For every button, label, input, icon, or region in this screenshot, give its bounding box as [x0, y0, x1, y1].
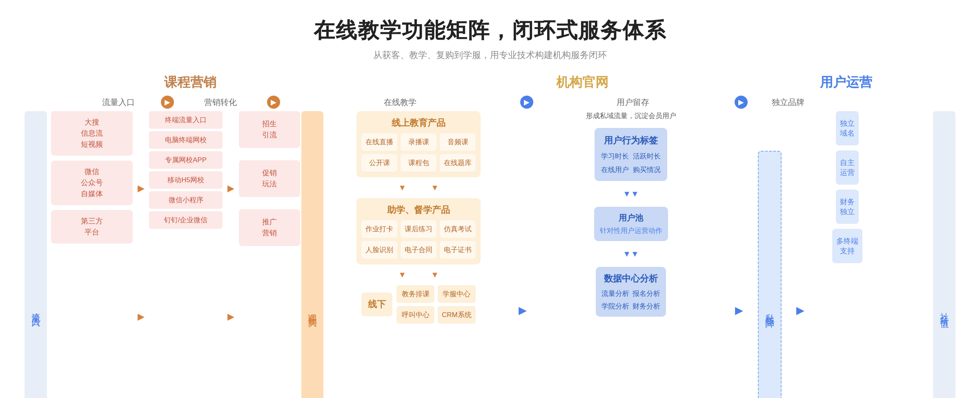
online-edu-section: 线上教育产品 在线直播 录播课 音频课 公开课 课程包 在线题库: [356, 111, 481, 177]
offline-down-arrows: ▼ ▼: [398, 268, 439, 281]
col-conversion: 招生引流 促销玩法 推广营销: [239, 111, 300, 398]
section-yonghu: 用户运营: [737, 74, 956, 92]
flow-arrow-2a: ▶: [227, 183, 234, 194]
retain-arrow-2: ▼: [631, 189, 639, 199]
col-terminal: 终端流量入口 电脑终端网校 专属网校APP 移动H5网校 微信小程序 钉钉/企业…: [149, 111, 223, 398]
online-edu-grid: 在线直播 录播课 音频课 公开课 课程包 在线题库: [361, 133, 476, 172]
traffic-item-3: 第三方平台: [51, 210, 133, 244]
data-item-2: 报名分析: [633, 289, 660, 298]
stage-labels-row: 流量入口 ▶ 营销转化 ▶ 在线教学 ▶ 用户留存 ▶ 独立品牌: [24, 96, 956, 109]
left-label-text: 流量入口: [30, 305, 42, 315]
col-traffic: 大搜信息流短视频 微信公众号自媒体 第三方平台: [51, 111, 133, 398]
right-label-text: 社会价值: [938, 305, 951, 315]
online-cell-6: 在线题库: [440, 154, 476, 172]
btag-3: 在线用户: [601, 165, 629, 174]
retain-arrow-1: ▼: [623, 189, 631, 199]
stage-traffic: 流量入口: [102, 98, 135, 107]
conv-item-1: 招生引流: [239, 111, 300, 148]
terminal-item-4: 微信小程序: [149, 191, 223, 209]
section-kecheng: 课程营销: [116, 74, 265, 92]
learning-grid: 作业打卡 课后练习 仿真考试 人脸识别 电子合同 电子证书: [361, 220, 476, 259]
learn-cell-4: 人脸识别: [361, 241, 397, 259]
page-subtitle: 从获客、教学、复购到学服，用专业技术构建机构服务闭环: [24, 49, 956, 61]
purchase-label-text: 课程购买: [301, 111, 323, 398]
retain-arrow-3: ▼: [623, 249, 631, 259]
btag-2: 活跃时长: [633, 152, 661, 161]
online-cell-1: 在线直播: [361, 133, 397, 151]
retain-top-text: 形成私域流量，沉淀会员用户: [586, 111, 676, 121]
user-pool-title: 用户池: [600, 212, 662, 224]
arrow-col-1: ▶ ▶ ▶: [133, 111, 149, 398]
behavior-tag-grid: 学习时长 活跃时长 在线用户 购买情况: [601, 152, 661, 174]
col-siyu: 私域矩阵: [749, 111, 790, 398]
down-arrow-1: ▼: [398, 183, 406, 192]
offline-cell-1: 教务排课: [396, 285, 434, 303]
terminal-item-5: 钉钉/企业微信: [149, 211, 223, 229]
offline-grid: 教务排课 学服中心 呼叫中心 CRM系统: [396, 285, 475, 324]
arrow-col-blue-3: ▶: [790, 111, 811, 398]
arrow-col-2: ▶ ▶ ▶: [223, 111, 239, 398]
arrow-col-blue-2: ▶: [729, 111, 749, 398]
siyu-label-text: 私域矩阵: [758, 151, 782, 398]
col-retain: 形成私域流量，沉淀会员用户 用户行为标签 学习时长 活跃时长 在线用户 购买情况…: [533, 111, 729, 398]
flow-columns: 大搜信息流短视频 微信公众号自媒体 第三方平台 ▶ ▶ ▶ 终端流量入口 电脑终…: [51, 111, 929, 398]
flow-area: 流量入口 大搜信息流短视频 微信公众号自媒体 第三方平台 ▶ ▶ ▶: [24, 111, 956, 398]
arrow-4: ▶: [735, 96, 748, 109]
offline-row: 线下 教务排课 学服中心 呼叫中心 CRM系统: [361, 285, 475, 324]
stage-marketing: 营销转化: [204, 98, 237, 107]
online-cell-4: 公开课: [361, 154, 397, 172]
learn-cell-1: 作业打卡: [361, 220, 397, 238]
section-headers: 课程营销 机构官网 用户运营: [24, 74, 956, 92]
learn-cell-2: 课后练习: [401, 220, 437, 238]
traffic-item-1: 大搜信息流短视频: [51, 111, 133, 156]
stage-brand: 独立品牌: [772, 98, 804, 107]
brand-item-2: 自主运营: [836, 150, 859, 185]
arrow-col-blue: ▶: [512, 111, 533, 398]
down-arrow-4: ▼: [431, 270, 439, 279]
behavior-tag-section: 用户行为标签 学习时长 活跃时长 在线用户 购买情况: [595, 128, 667, 181]
offline-label: 线下: [361, 293, 392, 316]
col-brand: 独立域名 自主运营 财务独立 多终端支持: [811, 111, 884, 398]
online-cell-3: 音频课: [440, 133, 476, 151]
traffic-boxes: 大搜信息流短视频 微信公众号自媒体 第三方平台: [51, 111, 133, 244]
btag-1: 学习时长: [601, 152, 629, 161]
learn-cell-6: 电子证书: [440, 241, 476, 259]
brand-item-1: 独立域名: [836, 111, 859, 145]
behavior-tag-title: 用户行为标签: [601, 134, 661, 147]
page-title: 在线教学功能矩阵，闭环式服务体系: [24, 16, 956, 45]
learn-cell-5: 电子合同: [401, 241, 437, 259]
user-pool-subtitle: 针对性用户运营动作: [600, 226, 662, 235]
terminal-item-2: 专属网校APP: [149, 151, 223, 169]
retain-down-arrows-2: ▼ ▼: [623, 248, 639, 260]
blue-arrow-2: ▶: [735, 304, 743, 317]
learning-title: 助学、督学产品: [361, 204, 476, 216]
conv-item-3: 推广营销: [239, 209, 300, 246]
down-arrow-3: ▼: [398, 270, 406, 279]
blue-arrow-3: ▶: [796, 304, 804, 317]
offline-cell-2: 学服中心: [438, 285, 476, 303]
down-arrow-2: ▼: [431, 183, 439, 192]
traffic-item-2: 微信公众号自媒体: [51, 161, 133, 205]
page-header: 在线教学功能矩阵，闭环式服务体系 从获客、教学、复购到学服，用专业技术构建机构服…: [24, 16, 956, 61]
col-purchase: 课程购买: [300, 111, 325, 398]
retain-down-arrows: ▼ ▼: [623, 188, 639, 200]
brand-item-4: 多终端支持: [832, 229, 862, 263]
data-center-section: 数据中心分析 流量分析 报名分析 学院分析 财务分析: [596, 267, 666, 317]
terminal-items: 终端流量入口 电脑终端网校 专属网校APP 移动H5网校 微信小程序 钉钉/企业…: [149, 111, 223, 229]
data-grid: 流量分析 报名分析 学院分析 财务分析: [601, 289, 660, 311]
learn-cell-3: 仿真考试: [440, 220, 476, 238]
flow-arrow-1a: ▶: [138, 183, 145, 194]
stage-online: 在线教学: [384, 98, 416, 107]
online-down-arrows: ▼ ▼: [398, 181, 439, 194]
data-item-4: 财务分析: [633, 302, 660, 311]
col-online: 线上教育产品 在线直播 录播课 音频课 公开课 课程包 在线题库 ▼ ▼: [325, 111, 512, 398]
blue-arrow: ▶: [519, 304, 527, 317]
flow-arrow-2b: ▶: [227, 311, 234, 322]
conversion-items: 招生引流 促销玩法 推广营销: [239, 111, 300, 246]
section-jigou: 机构官网: [473, 74, 692, 92]
brand-item-3: 财务独立: [836, 190, 859, 224]
stage-retain: 用户留存: [617, 98, 649, 107]
arrow-3: ▶: [520, 96, 533, 109]
btag-4: 购买情况: [633, 165, 661, 174]
offline-cell-4: CRM系统: [438, 306, 476, 324]
